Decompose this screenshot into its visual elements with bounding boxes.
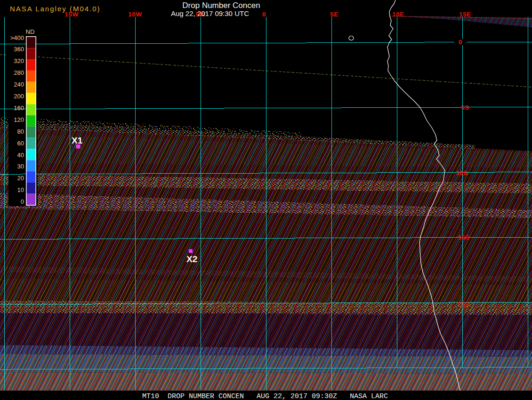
- svg-text:200: 200: [14, 93, 24, 100]
- svg-text:240: 240: [14, 81, 24, 88]
- svg-text:MT10 DROP NUMBER CONCEN AUG: MT10 DROP NUMBER CONCEN AUG 22, 2017 09:…: [142, 392, 388, 400]
- svg-text:X2: X2: [186, 254, 197, 264]
- svg-text:20: 20: [17, 175, 24, 182]
- svg-text:Drop Number Concen: Drop Number Concen: [182, 1, 260, 10]
- svg-text:>400: >400: [10, 34, 24, 41]
- svg-text:160: 160: [14, 104, 24, 112]
- svg-text:Aug 22, 2017 09:30 UTC: Aug 22, 2017 09:30 UTC: [171, 9, 249, 17]
- svg-text:10E: 10E: [392, 11, 404, 18]
- svg-text:0: 0: [459, 39, 462, 46]
- svg-text:60: 60: [17, 140, 24, 147]
- svg-text:0: 0: [262, 11, 266, 18]
- svg-text:10S: 10S: [456, 169, 468, 176]
- svg-text:20S: 20S: [457, 301, 469, 308]
- svg-text:ND: ND: [26, 28, 35, 35]
- svg-text:NASA Langley (M04.0): NASA Langley (M04.0): [10, 5, 101, 13]
- svg-text:10W: 10W: [128, 11, 142, 18]
- svg-text:15S: 15S: [458, 234, 470, 241]
- svg-text:40: 40: [17, 152, 24, 159]
- svg-text:320: 320: [14, 57, 24, 64]
- svg-text:0: 0: [21, 198, 24, 205]
- svg-text:120: 120: [14, 116, 24, 123]
- svg-text:280: 280: [14, 69, 24, 76]
- svg-text:360: 360: [14, 46, 24, 53]
- svg-text:5S: 5S: [461, 104, 469, 111]
- svg-text:30: 30: [17, 163, 24, 170]
- svg-text:80: 80: [17, 128, 24, 135]
- svg-text:X1: X1: [72, 136, 83, 145]
- svg-text:5E: 5E: [330, 11, 339, 18]
- svg-text:10: 10: [17, 186, 24, 193]
- svg-text:15E: 15E: [459, 11, 471, 18]
